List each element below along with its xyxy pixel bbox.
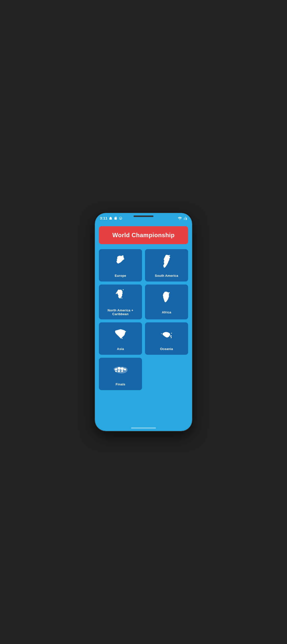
svg-point-1: [171, 332, 172, 334]
finals-label: Finals: [116, 382, 125, 386]
home-bar: [131, 428, 156, 428]
phone-notch: [134, 216, 154, 217]
south-america-icon: [158, 254, 176, 271]
status-left: 3:11: [100, 216, 122, 220]
north-america-label: North America + Caribbean: [102, 308, 139, 316]
phone-screen: 3:11: [95, 213, 192, 431]
south-america-label: South America: [155, 274, 178, 278]
north-america-icon: [112, 288, 129, 306]
africa-label: Africa: [162, 310, 171, 314]
signal-icon: [184, 216, 187, 220]
oceania-label: Oceania: [160, 347, 173, 351]
svg-point-0: [161, 333, 162, 334]
region-card-asia[interactable]: Asia: [99, 322, 142, 355]
region-card-africa[interactable]: Africa: [145, 284, 188, 320]
title-banner[interactable]: World Championship: [99, 226, 188, 244]
asia-icon: [112, 327, 129, 344]
main-content: World Championship Europe: [95, 222, 192, 431]
finals-icon: [112, 362, 129, 380]
region-card-europe[interactable]: Europe: [99, 249, 142, 282]
africa-icon: [158, 290, 176, 308]
regions-grid: Europe South America: [99, 249, 188, 390]
region-card-north-america[interactable]: North America + Caribbean: [99, 284, 142, 320]
status-icons: [178, 216, 187, 220]
phone-frame: 3:11: [95, 213, 192, 431]
status-time: 3:11: [100, 216, 108, 220]
wifi-icon: [178, 216, 182, 220]
region-card-oceania[interactable]: Oceania: [145, 322, 188, 355]
notification-icon: [109, 216, 112, 220]
status-bar: 3:11: [95, 213, 192, 222]
region-card-south-america[interactable]: South America: [145, 249, 188, 282]
europe-icon: [112, 254, 129, 271]
europe-label: Europe: [115, 274, 126, 278]
oceania-icon: [158, 327, 176, 344]
title-banner-text: World Championship: [112, 232, 175, 238]
face-icon: [119, 216, 122, 220]
asia-label: Asia: [117, 347, 124, 351]
region-card-finals[interactable]: Finals: [99, 358, 142, 390]
sd-card-icon: [114, 216, 117, 220]
